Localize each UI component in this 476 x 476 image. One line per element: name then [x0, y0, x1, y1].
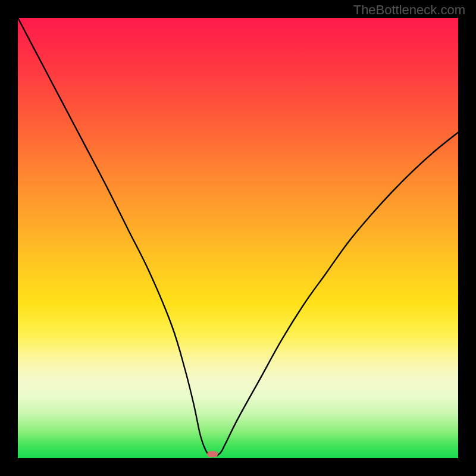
bottleneck-curve-line — [18, 18, 458, 456]
chart-plot-area — [18, 18, 458, 458]
watermark-text: TheBottleneck.com — [353, 2, 465, 18]
chart-svg-layer — [18, 18, 458, 458]
bottleneck-minimum-marker — [207, 451, 218, 457]
